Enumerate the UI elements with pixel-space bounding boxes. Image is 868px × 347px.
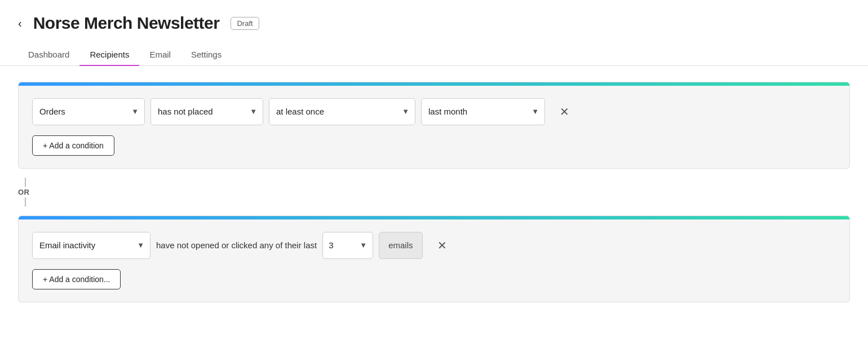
number-select[interactable]: 1 2 3 4 5 10 [329, 240, 367, 250]
or-line-bottom [25, 197, 26, 207]
page-header: ‹ Norse Merch Newsletter Draft [0, 0, 868, 33]
condition-group-2: Email inactivity Email activity ▼ have n… [18, 216, 850, 302]
number-select-wrapper[interactable]: 1 2 3 4 5 10 ▼ [322, 232, 373, 259]
email-field-select-wrapper[interactable]: Email inactivity Email activity ▼ [32, 232, 150, 259]
group-body-2: Email inactivity Email activity ▼ have n… [19, 219, 849, 302]
main-content: Orders Products Customers ▼ has not plac… [0, 66, 868, 318]
email-field-select[interactable]: Email inactivity Email activity [39, 240, 143, 250]
tab-dashboard[interactable]: Dashboard [18, 44, 79, 66]
tab-email[interactable]: Email [139, 44, 181, 66]
field-select[interactable]: Orders Products Customers [39, 107, 138, 116]
or-label: OR [18, 188, 30, 196]
back-button[interactable]: ‹ [18, 17, 22, 30]
remove-condition-2-button[interactable]: ✕ [433, 236, 451, 254]
or-divider: OR [18, 174, 850, 210]
or-line-top [25, 178, 26, 187]
frequency-select[interactable]: at least once exactly once more than onc… [276, 107, 408, 116]
field-select-wrapper[interactable]: Orders Products Customers ▼ [32, 98, 145, 125]
tab-bar: Dashboard Recipients Email Settings [0, 44, 868, 66]
emails-unit-label: emails [379, 232, 422, 259]
group-body-1: Orders Products Customers ▼ has not plac… [19, 86, 849, 168]
draft-badge: Draft [231, 17, 259, 30]
add-condition-1-button[interactable]: + Add a condition [32, 135, 114, 156]
period-select-wrapper[interactable]: last month last week last year ▼ [421, 98, 545, 125]
period-select[interactable]: last month last week last year [428, 107, 538, 116]
condition-row-2: Email inactivity Email activity ▼ have n… [32, 232, 836, 259]
condition-group-1: Orders Products Customers ▼ has not plac… [18, 82, 850, 169]
condition-row-1: Orders Products Customers ▼ has not plac… [32, 98, 836, 125]
add-condition-2-button[interactable]: + Add a condition... [32, 269, 121, 289]
frequency-select-wrapper[interactable]: at least once exactly once more than onc… [269, 98, 415, 125]
remove-condition-1-button[interactable]: ✕ [555, 103, 574, 121]
page-title: Norse Merch Newsletter [33, 14, 220, 33]
tab-settings[interactable]: Settings [181, 44, 232, 66]
tab-recipients[interactable]: Recipients [79, 44, 139, 66]
operator-select-wrapper[interactable]: has not placed has placed ▼ [150, 98, 263, 125]
operator-select[interactable]: has not placed has placed [158, 107, 256, 116]
inactivity-static-text: have not opened or clicked any of their … [156, 240, 317, 250]
